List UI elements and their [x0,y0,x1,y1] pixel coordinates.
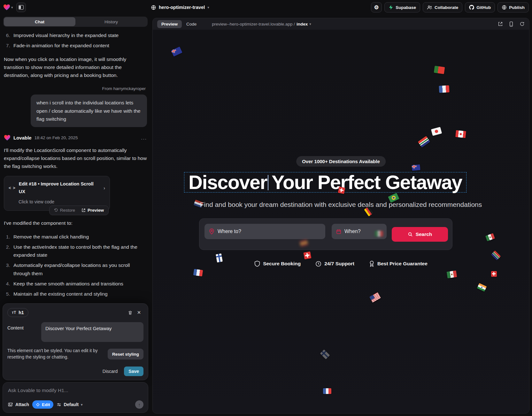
chevron-right-icon: › [104,185,105,192]
feature-secure-booking: Secure Booking [254,261,301,267]
trash-icon [128,310,133,315]
where-to-input[interactable]: Where to? [204,224,325,239]
collaborate-button[interactable]: Collaborate [423,2,462,12]
search-button[interactable]: Search [392,227,448,242]
flag-fi-icon [320,349,330,359]
calendar-icon [336,229,341,234]
collaborate-icon [427,5,432,10]
message-menu-button[interactable]: ... [141,134,147,142]
model-selector-label: Default [64,402,79,407]
settings-button[interactable]: ⚙ [371,2,382,12]
github-button[interactable]: GitHub [465,2,495,12]
preview-content[interactable]: Over 1000+ Destinations Available Discov… [153,30,529,413]
feature-label: Secure Booking [263,261,301,267]
message-author-label: From harrymckayroper [4,85,146,92]
previous-steps-list: Improved visual hierarchy in the expande… [12,31,147,49]
list-item: Fade-in animation for the expanded conte… [12,42,147,49]
flag-za-icon [418,136,430,147]
project-switcher[interactable]: hero-optimizer-travel ▾ [151,5,209,10]
where-to-placeholder: Where to? [218,229,241,234]
url-text: preview--hero-optimizer-travel.lovable.a… [212,22,295,26]
toggle-sidebar-button[interactable] [16,3,26,12]
clock-icon [315,261,321,267]
supabase-button[interactable]: Supabase [384,2,420,12]
chevron-down-icon: ▾ [207,5,209,10]
assistant-paragraph: Now when you click on a location image, … [4,55,147,79]
list-item: Improved visual hierarchy in the expande… [12,31,147,39]
flag-jp-icon [431,127,442,136]
element-tag-label: h1 [19,310,24,315]
publish-button[interactable]: Publish [497,2,529,12]
restore-label: Restore [60,207,75,214]
supabase-label: Supabase [396,5,416,10]
attach-image-icon [8,402,13,407]
composer-input[interactable]: Ask Lovable to modify H1... [8,388,143,393]
search-card: Where to? When? Search [199,218,452,250]
element-tag-badge[interactable]: тT h1 [7,308,28,317]
model-selector[interactable]: Default ▾ [57,402,82,407]
user-message-bubble: when i scroll into the individual locati… [31,95,147,127]
search-label: Search [416,231,432,237]
award-icon [369,261,374,267]
collaborate-label: Collaborate [435,5,458,10]
when-placeholder: When? [344,229,361,234]
list-item: Automatically expand/collapse locations … [12,261,147,277]
topbar: ▾ hero-optimizer-travel ▾ ⚙ Supabase Col… [0,0,532,15]
flag-au-icon [171,47,182,57]
attach-button[interactable]: Attach [8,402,29,407]
text-caret [268,175,268,190]
gear-icon: ⚙ [374,5,379,10]
flag-fr-icon [323,388,331,394]
lovable-logo-menu[interactable]: ▾ [3,4,13,11]
flag-ch-icon [338,186,345,194]
shield-icon [254,261,260,267]
assistant-message-header: Lovable 18:42 on Feb 20, 2025 ... [4,134,147,142]
preview-button[interactable]: Preview [78,207,107,214]
preview-window: Preview Code preview--hero-optimizer-tra… [152,18,529,413]
target-icon [36,403,40,407]
chat-history-tabs: Chat History [3,17,148,27]
flag-in-icon [477,283,487,291]
styling-note: This element can't be styled. You can ed… [7,348,104,361]
save-button[interactable]: Save [124,367,143,376]
github-label: GitHub [476,5,491,10]
message-timestamp: 18:42 on Feb 20, 2025 [35,134,78,141]
preview-toolbar: Preview Code preview--hero-optimizer-tra… [153,18,529,30]
lovable-heart-icon [3,4,10,11]
edit-mode-button[interactable]: Edit [32,400,54,409]
lovable-avatar-icon [4,135,11,141]
chat-messages[interactable]: Improved visual hierarchy in the expande… [0,27,151,302]
discard-button[interactable]: Discard [99,367,121,376]
chevron-down-icon: ▾ [81,403,82,406]
send-button[interactable]: ↑ [135,400,143,409]
reset-styling-button[interactable]: Reset styling [108,349,143,359]
tab-code[interactable]: Code [186,22,197,26]
assistant-name: Lovable [13,134,32,142]
restore-preview-pill: Restore Preview [49,206,109,215]
open-in-new-tab-icon[interactable] [498,21,503,26]
tab-history[interactable]: History [75,17,147,26]
url-bar[interactable]: preview--hero-optimizer-travel.lovable.a… [212,22,311,26]
delete-element-button[interactable] [126,308,135,317]
mobile-view-icon[interactable] [509,21,513,27]
element-editor-panel: тT h1 ✕ Content Discover Your Perfect Ge… [3,303,148,380]
tab-chat[interactable]: Chat [4,17,75,26]
attach-label: Attach [15,402,29,407]
preview-label: Preview [88,207,104,214]
text-style-icon: тT [12,310,16,315]
globe-icon [151,5,156,10]
close-panel-button[interactable]: ✕ [135,308,143,317]
content-field[interactable]: Discover Your Perfect Getaway [41,322,143,342]
publish-label: Publish [509,5,525,10]
assistant-paragraph: I've modified the component to: [4,219,147,227]
hero-title[interactable]: Discover Your Perfect Getaway [189,173,462,192]
assistant-paragraph: I'll modify the LocationScroll component… [4,146,147,170]
publish-globe-icon [502,5,507,10]
url-page: index [297,22,308,26]
flag-fr-icon [193,269,203,276]
selected-element-outline[interactable]: Discover Your Perfect Getaway [184,172,466,193]
refresh-icon[interactable] [520,21,525,26]
restore-button[interactable]: Restore [51,207,78,214]
close-icon: ✕ [137,310,141,315]
tab-preview[interactable]: Preview [157,20,182,28]
